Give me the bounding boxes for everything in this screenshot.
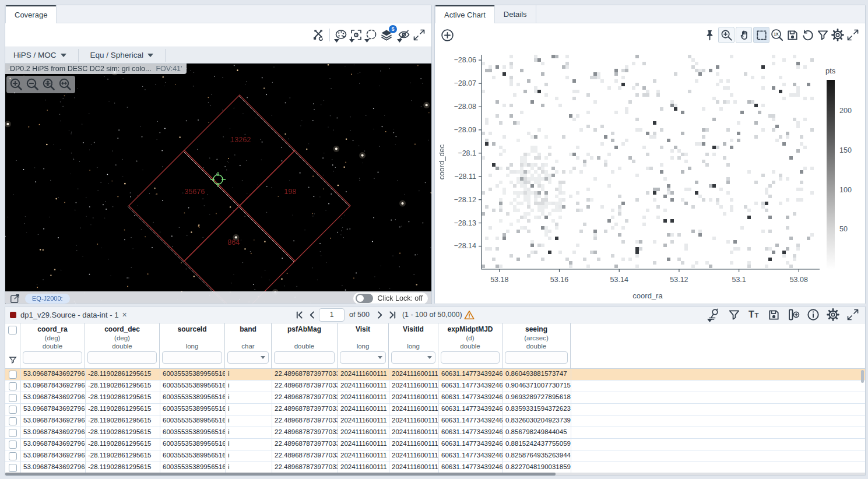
row-checkbox[interactable] <box>9 452 17 460</box>
y-tick-label: −28.14 <box>454 242 476 250</box>
horizontal-scrollbar[interactable] <box>5 473 865 476</box>
row-checkbox[interactable] <box>9 429 17 437</box>
column-header-sourceId[interactable]: sourceIdlong <box>160 323 225 368</box>
next-page-icon[interactable] <box>374 309 386 320</box>
filter-input-expMidptMJD[interactable] <box>441 351 500 364</box>
filter-input-sourceId[interactable] <box>162 351 222 364</box>
table-title-bar: dp1_v29.Source - data-int - 1 × of 500 (… <box>5 307 865 323</box>
row-checkbox[interactable] <box>9 394 17 402</box>
footprint-outline[interactable] <box>184 206 295 304</box>
open-external-icon[interactable] <box>9 293 20 304</box>
add-column-icon[interactable] <box>786 307 801 322</box>
vertical-scrollbar[interactable] <box>861 370 864 383</box>
pin-icon[interactable] <box>702 27 717 43</box>
color-palette-icon[interactable] <box>333 27 349 43</box>
heatmap-plot[interactable]: 53.1853.1653.1453.1253.153.08−28.06−28.0… <box>435 47 820 303</box>
tab-details[interactable]: Details <box>495 5 536 23</box>
select-rect-icon[interactable] <box>753 27 769 43</box>
column-header-VisitId[interactable]: VisitIdlong <box>389 323 438 368</box>
expand-icon[interactable] <box>845 27 860 43</box>
hips-moc-dropdown[interactable]: HiPS / MOC <box>5 47 75 63</box>
table-row[interactable]: 53.09687843692796-28.1190286129561560035… <box>5 439 865 450</box>
page-number-input[interactable] <box>319 308 345 322</box>
prev-page-icon[interactable] <box>306 309 318 320</box>
settings-icon[interactable] <box>830 27 845 43</box>
restore-icon[interactable] <box>800 27 815 43</box>
table-row[interactable]: 53.09687843692796-28.1190286129561560035… <box>5 427 865 439</box>
tab-active-chart[interactable]: Active Chart <box>435 5 495 23</box>
hide-overlays-icon[interactable] <box>396 27 412 43</box>
row-checkbox[interactable] <box>9 441 17 449</box>
cell-expMidptMJD: 60631.14773439246 <box>439 439 503 450</box>
table-row[interactable]: 53.09687843692796-28.1190286129561560035… <box>5 462 865 474</box>
first-page-icon[interactable] <box>293 309 305 320</box>
column-header-coord_dec[interactable]: coord_dec(deg)double <box>85 323 160 368</box>
zoom-out-icon[interactable] <box>25 77 40 92</box>
sky-image-viewer[interactable]: 1326235676198864 DP0.2 HiPS from DESC DC… <box>5 64 431 304</box>
save-icon[interactable] <box>785 27 800 43</box>
table-row[interactable]: 53.09687843692796-28.1190286129561560035… <box>5 450 865 462</box>
filter-input-seeing[interactable] <box>505 351 568 364</box>
zoom-original-icon[interactable]: 1X <box>769 27 785 43</box>
column-header-band[interactable]: bandchar <box>225 323 272 368</box>
row-checkbox[interactable] <box>9 382 17 390</box>
cell-band: i <box>226 427 272 438</box>
lasso-select-icon[interactable] <box>364 27 379 43</box>
zoom-fit-icon[interactable] <box>41 77 57 92</box>
column-header-coord_ra[interactable]: coord_ra(deg)double <box>20 323 85 368</box>
filter-icon[interactable] <box>815 27 830 43</box>
text-view-icon[interactable]: TT <box>746 307 761 322</box>
table-row[interactable]: 53.09687843692796-28.1190286129561560035… <box>5 404 865 415</box>
column-header-psfAbMag[interactable]: psfAbMagdouble <box>272 323 338 368</box>
filter-icon[interactable] <box>726 307 742 322</box>
filter-input-coord_ra[interactable] <box>23 351 82 364</box>
table-row[interactable]: 53.09687843692796-28.1190286129561560035… <box>5 392 865 404</box>
row-checkbox[interactable] <box>9 371 17 379</box>
column-header-seeing[interactable]: seeing(arcsec)double <box>502 323 571 368</box>
add-chart-icon[interactable] <box>440 27 455 43</box>
filter-select-Visit[interactable] <box>340 351 386 364</box>
expand-icon[interactable] <box>412 27 427 43</box>
save-icon[interactable] <box>766 307 781 322</box>
filter-input-psfAbMag[interactable] <box>274 351 335 364</box>
filter-input-coord_dec[interactable] <box>87 351 157 364</box>
select-all-checkbox[interactable] <box>8 326 17 334</box>
pan-icon[interactable] <box>736 27 752 43</box>
filter-row-icon[interactable] <box>8 355 17 365</box>
expand-icon[interactable] <box>845 307 860 322</box>
footprint-label: 864 <box>228 238 240 246</box>
inspect-icon[interactable] <box>707 307 722 322</box>
info-icon[interactable] <box>806 307 821 322</box>
filter-select-VisitId[interactable] <box>391 351 435 364</box>
zoom-fill-icon[interactable] <box>58 77 73 92</box>
filter-select-band[interactable] <box>227 351 269 364</box>
zoom-in-icon[interactable] <box>9 77 24 92</box>
cell-coord_ra: 53.09687843692796 <box>21 381 86 392</box>
last-page-icon[interactable] <box>387 309 399 320</box>
cell-band: i <box>226 439 272 450</box>
tab-coverage[interactable]: Coverage <box>5 5 57 23</box>
column-header-Visit[interactable]: Visitlong <box>338 323 389 368</box>
table-row[interactable]: 53.09687843692796-28.1190286129561560035… <box>5 415 865 427</box>
layers-icon[interactable]: 5 <box>379 27 394 43</box>
footprint-outline[interactable] <box>240 150 350 261</box>
tools-icon[interactable] <box>311 27 326 43</box>
recenter-icon[interactable] <box>349 27 364 43</box>
table-row[interactable]: 53.09687843692796-28.1190286129561560035… <box>5 369 865 381</box>
footprint-outline[interactable] <box>129 150 240 261</box>
cell-sourceId: 600355353899565160 <box>160 427 226 438</box>
cell-coord_dec: -28.11902861295615 <box>86 369 160 380</box>
zoom-in-icon[interactable] <box>718 27 735 43</box>
close-icon[interactable]: × <box>122 310 126 319</box>
cell-band: i <box>226 381 272 392</box>
projection-dropdown[interactable]: Equ / Spherical <box>82 47 162 63</box>
warning-icon[interactable] <box>463 309 475 320</box>
table-row[interactable]: 53.09687843692796-28.1190286129561560035… <box>5 381 865 392</box>
footprint-label: 198 <box>284 188 297 196</box>
settings-icon[interactable] <box>825 307 841 322</box>
click-lock-toggle[interactable] <box>356 294 373 303</box>
column-header-expMidptMJD[interactable]: expMidptMJD(d)double <box>438 323 502 368</box>
row-checkbox[interactable] <box>9 464 17 472</box>
row-checkbox[interactable] <box>9 417 17 425</box>
row-checkbox[interactable] <box>9 406 17 414</box>
